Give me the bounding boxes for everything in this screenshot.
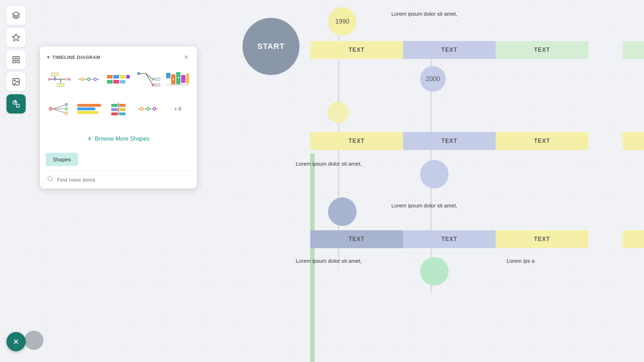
- layers-button[interactable]: [6, 6, 26, 25]
- svg-point-55: [178, 77, 179, 79]
- svg-line-59: [53, 109, 66, 113]
- svg-point-61: [65, 107, 68, 111]
- svg-point-82: [154, 108, 155, 110]
- svg-rect-32: [120, 75, 126, 79]
- svg-point-66: [99, 104, 101, 106]
- timeline-row-2: TEXT TEXT TEXT: [310, 132, 644, 150]
- year-2000-bubble: 2000: [420, 66, 446, 92]
- svg-rect-63: [77, 104, 100, 107]
- panel-close-button[interactable]: ×: [183, 53, 190, 61]
- svg-point-83: [48, 177, 52, 181]
- lorem-text-1: Lorem ipsum dolor sit amet,: [389, 10, 460, 18]
- svg-point-18: [68, 78, 71, 81]
- svg-rect-72: [111, 108, 118, 111]
- start-circle: START: [242, 18, 300, 75]
- lorem-text-2: Lorem ipsum dolor sit amet,: [293, 160, 364, 168]
- svg-marker-0: [12, 12, 20, 16]
- image-button[interactable]: [6, 72, 26, 91]
- shape-item-5[interactable]: [164, 66, 191, 92]
- svg-rect-75: [119, 112, 126, 115]
- shapes-tab-button[interactable]: Shapes: [46, 153, 78, 166]
- year-2000-label: 2000: [426, 75, 440, 83]
- svg-rect-34: [107, 80, 113, 84]
- svg-rect-65: [77, 111, 97, 114]
- svg-point-27: [82, 79, 83, 80]
- cell-text-6: TEXT: [496, 132, 588, 150]
- canvas-content: START 1990 Lorem ipsum dolor sit amet, T…: [200, 0, 644, 362]
- panel-title: TIMELINE DIAGRAM: [52, 55, 100, 60]
- svg-rect-3: [17, 56, 19, 59]
- svg-point-44: [152, 84, 154, 86]
- svg-rect-36: [120, 80, 126, 84]
- year-1990-bubble: 1990: [328, 7, 357, 36]
- small-yellow-bubble: [327, 102, 349, 123]
- cell-text-2: TEXT: [403, 41, 496, 59]
- svg-point-54: [173, 79, 174, 80]
- svg-rect-64: [77, 107, 94, 110]
- sidebar: [0, 0, 32, 362]
- svg-point-42: [137, 72, 140, 75]
- cell-text-9: TEXT: [496, 230, 588, 248]
- svg-rect-5: [17, 60, 19, 63]
- svg-rect-22: [57, 84, 64, 86]
- grid-button[interactable]: [6, 50, 26, 69]
- browse-plus-icon: +: [87, 134, 92, 144]
- svg-rect-46: [155, 84, 160, 86]
- shape-item-2[interactable]: [75, 66, 102, 92]
- svg-point-62: [65, 111, 68, 115]
- cell-text-8: TEXT: [403, 230, 496, 248]
- browse-more-label: Browse More Shapes: [95, 136, 149, 142]
- svg-point-56: [48, 107, 53, 111]
- cell-text-3: TEXT: [496, 41, 588, 59]
- close-fab-button[interactable]: [6, 332, 26, 351]
- svg-rect-31: [113, 75, 119, 79]
- year-1990-label: 1990: [335, 18, 349, 25]
- timeline-row-3: TEXT TEXT TEXT: [310, 230, 644, 248]
- svg-point-43: [152, 78, 154, 81]
- svg-marker-1: [12, 34, 20, 41]
- svg-rect-50: [181, 75, 185, 83]
- cell-text-7: TEXT: [310, 230, 403, 248]
- svg-rect-45: [155, 78, 160, 81]
- svg-point-80: [141, 108, 143, 110]
- svg-rect-9: [16, 104, 19, 107]
- lavender-bubble: [420, 160, 449, 188]
- shape-item-1[interactable]: [46, 66, 72, 92]
- browse-more-shapes[interactable]: + Browse More Shapes: [40, 128, 197, 150]
- svg-point-53: [168, 78, 169, 79]
- start-label: START: [257, 42, 285, 51]
- svg-line-84: [51, 180, 52, 181]
- shapes-tab-area: Shapes: [40, 150, 197, 170]
- shape-item-6[interactable]: [46, 95, 72, 122]
- svg-rect-70: [111, 104, 118, 107]
- shape-item-9[interactable]: [135, 95, 162, 122]
- blue-bubble: [328, 197, 357, 226]
- svg-rect-2: [13, 56, 15, 59]
- shape-item-7[interactable]: [75, 95, 102, 122]
- shape-item-4[interactable]: [135, 66, 162, 92]
- cell-text-4: TEXT: [310, 132, 403, 150]
- svg-point-14: [48, 78, 51, 81]
- svg-point-60: [65, 103, 68, 106]
- svg-rect-20: [51, 73, 58, 76]
- svg-rect-35: [113, 80, 119, 84]
- search-input[interactable]: [57, 177, 190, 183]
- shapes-active-button[interactable]: [6, 94, 26, 114]
- star-button[interactable]: [6, 28, 26, 47]
- svg-point-7: [14, 80, 15, 81]
- timeline-row-1: TEXT TEXT TEXT: [310, 41, 644, 59]
- cell-text-5: TEXT: [403, 132, 496, 150]
- search-icon: [47, 176, 53, 183]
- cell-text-1: TEXT: [310, 41, 403, 59]
- shape-more-count[interactable]: + 6: [164, 95, 191, 122]
- shape-panel: ▾ TIMELINE DIAGRAM ×: [40, 46, 197, 188]
- shape-item-3[interactable]: [105, 66, 132, 92]
- svg-rect-30: [107, 75, 113, 79]
- shape-item-8[interactable]: [105, 95, 132, 122]
- panel-header: ▾ TIMELINE DIAGRAM ×: [40, 46, 197, 66]
- svg-rect-33: [126, 75, 130, 79]
- search-area: [40, 171, 197, 188]
- green-bubble: [420, 257, 449, 286]
- svg-rect-51: [186, 74, 189, 84]
- svg-point-68: [96, 111, 98, 114]
